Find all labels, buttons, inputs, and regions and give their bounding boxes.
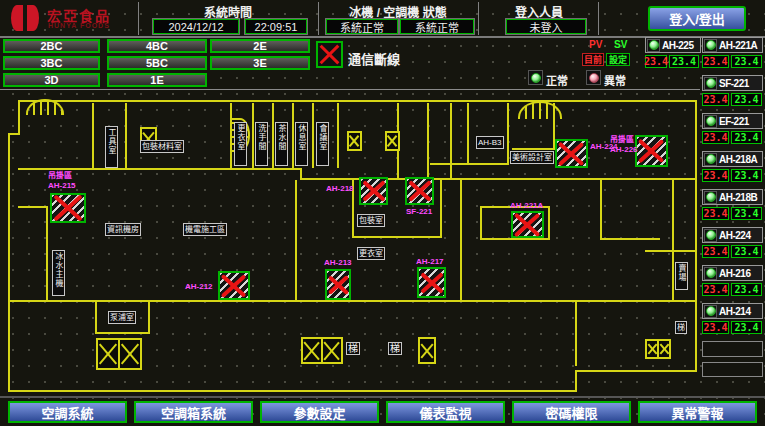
unit-led-icon: [704, 267, 717, 280]
room-label: 資訊機房: [105, 223, 141, 236]
logo-subtitle: HUNYA FOODS: [48, 22, 110, 29]
floor-button-2e[interactable]: 2E: [210, 39, 310, 53]
nav-ahu-system-button[interactable]: 空調箱系統: [134, 401, 253, 423]
nav-alarm-button[interactable]: 異常警報: [638, 401, 757, 423]
ac-status-value: 系統正常: [400, 19, 474, 34]
room-label: 梯: [675, 321, 687, 334]
unit-pv-value: 23.4: [702, 245, 729, 258]
unit-led-icon: [704, 115, 717, 128]
unit-sv-value: 23.4: [669, 55, 699, 68]
unit-row-ah-221a[interactable]: AH-221A: [702, 37, 763, 53]
unit-row-ah-214[interactable]: AH-214: [702, 303, 763, 319]
room-label: 包裝材料室: [140, 140, 184, 153]
unit-name: AH-218B: [719, 192, 757, 203]
system-date-value: 2024/12/12: [153, 19, 239, 34]
nav-parameter-set-button[interactable]: 參數設定: [260, 401, 379, 423]
unit-label: AH-213: [324, 258, 352, 267]
room-label: 機電施工區: [183, 223, 227, 236]
unit-pv-value: 23.4: [702, 169, 729, 182]
ahu-offline-box-ah-217[interactable]: [417, 267, 446, 298]
stairs-icon: [96, 338, 142, 370]
empty-slot: [702, 362, 763, 377]
nav-ac-system-button[interactable]: 空調系統: [8, 401, 127, 423]
floor-button-3bc[interactable]: 3BC: [3, 56, 100, 70]
unit-name: SF-221: [719, 78, 749, 89]
room-label: 冰水主機: [52, 250, 65, 296]
stairs-icon: [301, 337, 343, 364]
unit-label: AH-217: [416, 257, 444, 266]
unit-label: 吊掛區: [610, 135, 634, 144]
unit-sv-value: 23.4: [731, 245, 762, 258]
floor-button-1e[interactable]: 1E: [107, 73, 207, 87]
abnormal-label: 異常: [604, 72, 626, 88]
unit-led-icon: [704, 153, 717, 166]
unit-name: AH-214: [719, 306, 750, 317]
unit-led-icon: [647, 39, 660, 52]
room-label: 包裝室: [357, 214, 385, 227]
room-label: 梯: [388, 342, 402, 355]
unit-label: AH-218: [326, 184, 354, 193]
unit-pv-value: 23.4: [702, 321, 729, 334]
unit-row-ah-218b[interactable]: AH-218B: [702, 189, 763, 205]
unit-row-ah-216[interactable]: AH-216: [702, 265, 763, 281]
unit-label: AH-215: [48, 181, 76, 190]
login-logout-button[interactable]: 登入/登出: [648, 6, 746, 31]
room-label: 更衣室: [357, 247, 385, 260]
unit-sv-value: 23.4: [731, 131, 762, 144]
unit-pv-value: 23.4: [702, 207, 729, 220]
ahu-offline-box-ah-213[interactable]: [325, 269, 351, 300]
hmi-screen: 宏亞食品 HUNYA FOODS 系統時間 2024/12/12 22:09:5…: [0, 0, 765, 426]
unit-sv-value: 23.4: [731, 93, 762, 106]
ahu-offline-box-ah-224[interactable]: [555, 139, 588, 168]
unit-pv-value: 23.4: [702, 131, 729, 144]
room-label: 梯: [346, 342, 360, 355]
unit-pv-value: 23.4: [645, 55, 667, 68]
floor-button-2bc[interactable]: 2BC: [3, 39, 100, 53]
unit-sv-value: 23.4: [731, 321, 762, 334]
abnormal-led-icon: [586, 70, 601, 85]
unit-row-ah-224[interactable]: AH-224: [702, 227, 763, 243]
unit-sv-value: 23.4: [731, 169, 762, 182]
stairs-icon: [645, 339, 671, 359]
empty-slot: [702, 341, 763, 357]
nav-password-perm-button[interactable]: 密碼權限: [512, 401, 631, 423]
machine-status-label: 冰機 / 空調機 狀態: [322, 3, 474, 20]
unit-pv-value: 23.4: [702, 55, 729, 68]
login-person-label: 登入人員: [486, 3, 592, 20]
floor-button-5bc[interactable]: 5BC: [107, 56, 207, 70]
hunya-logo-icon: [8, 3, 42, 33]
ahu-offline-box-sf-221[interactable]: [405, 177, 434, 205]
unit-row-ah-225[interactable]: AH-225: [645, 37, 701, 53]
sv-label: SV: [614, 39, 627, 50]
nav-meter-monitor-button[interactable]: 儀表監視: [386, 401, 505, 423]
ahu-offline-box-ah-226[interactable]: [635, 135, 668, 167]
floor-button-3e[interactable]: 3E: [210, 56, 310, 70]
room-label: AH-B3: [476, 136, 504, 149]
floor-button-4bc[interactable]: 4BC: [107, 39, 207, 53]
unit-row-sf-221[interactable]: SF-221: [702, 75, 763, 91]
current-tag: 目前: [582, 53, 604, 66]
ahu-offline-box-ah-215[interactable]: [50, 193, 86, 223]
system-time-label: 系統時間: [150, 3, 306, 20]
unit-row-ef-221[interactable]: EF-221: [702, 113, 763, 129]
room-label: 洗手間: [255, 122, 268, 166]
setpoint-tag: 設定: [606, 53, 630, 66]
unit-row-ah-218a[interactable]: AH-218A: [702, 151, 763, 167]
ahu-offline-box-ah-218[interactable]: [359, 177, 388, 205]
room-label: 美術設計室: [510, 151, 554, 164]
header-bar: 宏亞食品 HUNYA FOODS 系統時間 2024/12/12 22:09:5…: [0, 0, 765, 38]
normal-led-icon: [528, 70, 543, 85]
unit-name: AH-221A: [719, 40, 757, 51]
floor-button-3d[interactable]: 3D: [3, 73, 100, 87]
unit-name: AH-216: [719, 268, 750, 279]
room-label: 工具室: [105, 126, 118, 168]
unit-label: AH-221A: [510, 201, 543, 210]
ahu-offline-box-ah-212[interactable]: [218, 271, 250, 300]
unit-sv-value: 23.4: [731, 207, 762, 220]
room-label: 泵浦室: [108, 311, 136, 324]
unit-led-icon: [704, 191, 717, 204]
chiller-status-value: 系統正常: [326, 19, 398, 34]
room-label: 休息室: [295, 122, 308, 166]
stairs-icon: [385, 131, 400, 151]
ahu-offline-box-ah-221a[interactable]: [511, 211, 544, 238]
